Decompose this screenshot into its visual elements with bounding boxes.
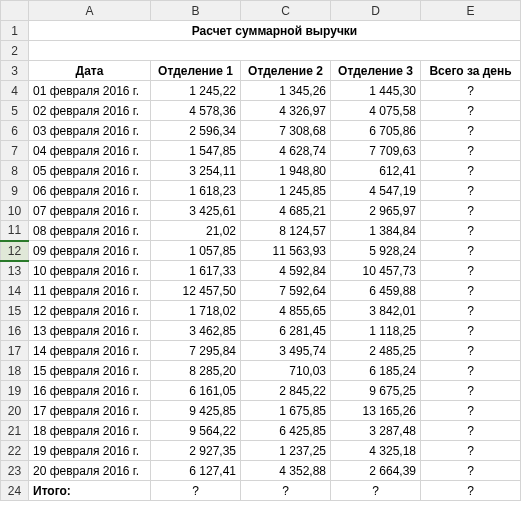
cell-d1[interactable]: 1 718,02 — [151, 301, 241, 321]
cell-d1[interactable]: 9 425,85 — [151, 401, 241, 421]
cell-d2[interactable]: 710,03 — [241, 361, 331, 381]
row-header-6[interactable]: 6 — [1, 121, 29, 141]
cell-d2[interactable]: 1 345,26 — [241, 81, 331, 101]
row-header-9[interactable]: 9 — [1, 181, 29, 201]
cell-d2[interactable]: 7 308,68 — [241, 121, 331, 141]
cell-d3[interactable]: 1 445,30 — [331, 81, 421, 101]
cell-d1[interactable]: 6 161,05 — [151, 381, 241, 401]
cell-d1[interactable]: 3 425,61 — [151, 201, 241, 221]
row-header-23[interactable]: 23 — [1, 461, 29, 481]
cell-d2[interactable]: 1 675,85 — [241, 401, 331, 421]
cell-total[interactable]: ? — [421, 161, 521, 181]
row-header-24[interactable]: 24 — [1, 481, 29, 501]
cell-d3[interactable]: 1 384,84 — [331, 221, 421, 241]
cell-d2[interactable]: 3 495,74 — [241, 341, 331, 361]
cell-d1[interactable]: 7 295,84 — [151, 341, 241, 361]
cell-d3[interactable]: 3 842,01 — [331, 301, 421, 321]
row-header-3[interactable]: 3 — [1, 61, 29, 81]
footer-total[interactable]: ? — [421, 481, 521, 501]
cell-total[interactable]: ? — [421, 421, 521, 441]
row-header-13[interactable]: 13 — [1, 261, 29, 281]
cell-d1[interactable]: 1 618,23 — [151, 181, 241, 201]
cell-d3[interactable]: 2 965,97 — [331, 201, 421, 221]
cell-d3[interactable]: 10 457,73 — [331, 261, 421, 281]
cell-d2[interactable]: 6 281,45 — [241, 321, 331, 341]
spreadsheet-grid[interactable]: ABCDE1Расчет суммарной выручки23ДатаОтде… — [0, 0, 521, 501]
cell-d2[interactable]: 1 948,80 — [241, 161, 331, 181]
cell-total[interactable]: ? — [421, 241, 521, 261]
cell-d3[interactable]: 9 675,25 — [331, 381, 421, 401]
cell-total[interactable]: ? — [421, 441, 521, 461]
cell-d3[interactable]: 7 709,63 — [331, 141, 421, 161]
cell-date[interactable]: 18 февраля 2016 г. — [29, 421, 151, 441]
cell-total[interactable]: ? — [421, 401, 521, 421]
cell-d1[interactable]: 21,02 — [151, 221, 241, 241]
cell-date[interactable]: 11 февраля 2016 г. — [29, 281, 151, 301]
cell-d2[interactable]: 7 592,64 — [241, 281, 331, 301]
cell-date[interactable]: 20 февраля 2016 г. — [29, 461, 151, 481]
cell-d1[interactable]: 4 578,36 — [151, 101, 241, 121]
row-header-18[interactable]: 18 — [1, 361, 29, 381]
row-header-5[interactable]: 5 — [1, 101, 29, 121]
row-header-15[interactable]: 15 — [1, 301, 29, 321]
cell-d3[interactable]: 3 287,48 — [331, 421, 421, 441]
cell-total[interactable]: ? — [421, 121, 521, 141]
cell-d3[interactable]: 4 075,58 — [331, 101, 421, 121]
row-header-10[interactable]: 10 — [1, 201, 29, 221]
footer-d3[interactable]: ? — [331, 481, 421, 501]
row-header-1[interactable]: 1 — [1, 21, 29, 41]
cell-d3[interactable]: 612,41 — [331, 161, 421, 181]
row-header-4[interactable]: 4 — [1, 81, 29, 101]
footer-d1[interactable]: ? — [151, 481, 241, 501]
row-header-14[interactable]: 14 — [1, 281, 29, 301]
cell-d1[interactable]: 8 285,20 — [151, 361, 241, 381]
cell-date[interactable]: 05 февраля 2016 г. — [29, 161, 151, 181]
cell-total[interactable]: ? — [421, 281, 521, 301]
cell-d3[interactable]: 2 485,25 — [331, 341, 421, 361]
cell-d1[interactable]: 12 457,50 — [151, 281, 241, 301]
col-header-A[interactable]: A — [29, 1, 151, 21]
row-header-19[interactable]: 19 — [1, 381, 29, 401]
footer-d2[interactable]: ? — [241, 481, 331, 501]
cell-total[interactable]: ? — [421, 341, 521, 361]
cell-d1[interactable]: 1 617,33 — [151, 261, 241, 281]
cell-date[interactable]: 17 февраля 2016 г. — [29, 401, 151, 421]
cell-d2[interactable]: 4 685,21 — [241, 201, 331, 221]
cell-date[interactable]: 19 февраля 2016 г. — [29, 441, 151, 461]
cell-d3[interactable]: 1 118,25 — [331, 321, 421, 341]
row-header-7[interactable]: 7 — [1, 141, 29, 161]
cell-d3[interactable]: 6 459,88 — [331, 281, 421, 301]
cell-d2[interactable]: 4 326,97 — [241, 101, 331, 121]
cell-d2[interactable]: 4 628,74 — [241, 141, 331, 161]
row-header-8[interactable]: 8 — [1, 161, 29, 181]
cell-d2[interactable]: 4 352,88 — [241, 461, 331, 481]
col-header-C[interactable]: C — [241, 1, 331, 21]
row-header-21[interactable]: 21 — [1, 421, 29, 441]
cell-total[interactable]: ? — [421, 361, 521, 381]
cell-date[interactable]: 02 февраля 2016 г. — [29, 101, 151, 121]
row-header-22[interactable]: 22 — [1, 441, 29, 461]
cell-date[interactable]: 10 февраля 2016 г. — [29, 261, 151, 281]
cell-d3[interactable]: 2 664,39 — [331, 461, 421, 481]
cell-total[interactable]: ? — [421, 301, 521, 321]
cell-d2[interactable]: 11 563,93 — [241, 241, 331, 261]
cell-d1[interactable]: 9 564,22 — [151, 421, 241, 441]
footer-label[interactable]: Итого: — [29, 481, 151, 501]
cell-date[interactable]: 01 февраля 2016 г. — [29, 81, 151, 101]
cell-date[interactable]: 07 февраля 2016 г. — [29, 201, 151, 221]
cell-d3[interactable]: 4 547,19 — [331, 181, 421, 201]
cell-total[interactable]: ? — [421, 141, 521, 161]
row-header-17[interactable]: 17 — [1, 341, 29, 361]
row-header-2[interactable]: 2 — [1, 41, 29, 61]
cell-total[interactable]: ? — [421, 181, 521, 201]
cell-date[interactable]: 04 февраля 2016 г. — [29, 141, 151, 161]
col-header-B[interactable]: B — [151, 1, 241, 21]
cell-total[interactable]: ? — [421, 201, 521, 221]
cell-date[interactable]: 09 февраля 2016 г. — [29, 241, 151, 261]
cell-date[interactable]: 06 февраля 2016 г. — [29, 181, 151, 201]
cell-total[interactable]: ? — [421, 101, 521, 121]
cell-d3[interactable]: 13 165,26 — [331, 401, 421, 421]
row-header-16[interactable]: 16 — [1, 321, 29, 341]
cell-total[interactable]: ? — [421, 321, 521, 341]
cell-d3[interactable]: 4 325,18 — [331, 441, 421, 461]
